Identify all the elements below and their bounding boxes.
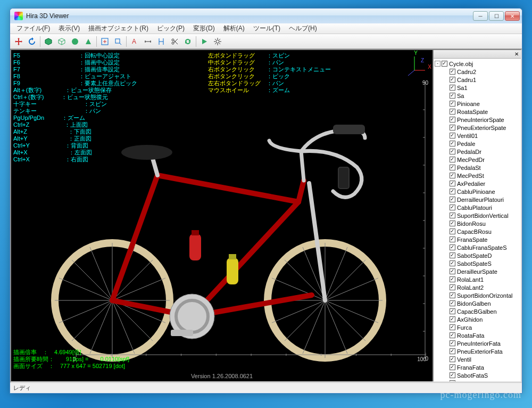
tree-item[interactable]: SuportBidonOrizontal — [435, 291, 520, 299]
panel-header: ✕ — [434, 50, 521, 59]
tool-scissors-icon[interactable] — [168, 36, 181, 47]
tree-item[interactable]: FranaFata — [435, 363, 520, 371]
tool-move-icon[interactable] — [12, 36, 25, 47]
menu-view[interactable]: 表示(V) — [54, 23, 84, 34]
tree-item[interactable]: CabluPlatouri — [435, 203, 520, 211]
tree-item[interactable]: SabotSpateS — [435, 259, 520, 267]
axis-x-label: X — [428, 64, 431, 70]
shortcuts-overlay-right: 左ボタンドラッグ ：スピン 中ボタンドラッグ ：パン 右ボタンクリック ：コンテ… — [208, 52, 331, 94]
tree-item[interactable]: Ventil — [435, 355, 520, 363]
tree-item[interactable]: PedalaSt — [435, 164, 520, 172]
shortcuts-overlay-left: F5 ：回転中心設定 F6 ：描画中心設定 F7 ：描画倍率設定 F8 ：ビュー… — [13, 52, 137, 163]
client-area: F5 ：回転中心設定 F6 ：描画中心設定 F7 ：描画倍率設定 F8 ：ビュー… — [10, 49, 522, 382]
tool-settings-icon[interactable] — [211, 36, 224, 47]
menu-file[interactable]: ファイル(F) — [12, 23, 54, 34]
tree-item[interactable]: RolaLant1 — [435, 275, 520, 283]
tool-refresh-icon[interactable] — [181, 36, 194, 47]
tree-item[interactable]: PneuExteriorFata — [435, 347, 520, 355]
tree-item[interactable]: Cadru1 — [435, 76, 520, 84]
tree-item[interactable]: PneuInteriorFata — [435, 339, 520, 347]
axis-y-label: Y — [414, 50, 418, 56]
tree-item[interactable]: CabluFranaSpateS — [435, 243, 520, 251]
tree-item[interactable]: DerailleurSpate — [435, 267, 520, 275]
tree-item[interactable]: FranaSpate — [435, 235, 520, 243]
menu-analyze[interactable]: 解析(A) — [219, 23, 249, 34]
tree-item[interactable]: CabluPinioane — [435, 187, 520, 195]
maximize-button[interactable]: ☐ — [489, 11, 504, 21]
window-buttons: ─ ☐ ✕ — [473, 11, 520, 21]
tool-rotate-icon[interactable] — [26, 36, 38, 47]
stats-overlay: 描画倍率 ： 4.6949[倍] 描画所要時間： 91[fps] = 0.011… — [13, 349, 129, 370]
tool-sphere-icon[interactable] — [69, 36, 81, 47]
svg-text:A: A — [132, 38, 136, 45]
tree-item[interactable]: BidonGalben — [435, 299, 520, 307]
tree-item[interactable]: RoataSpate — [435, 108, 520, 116]
tree-item[interactable]: PneuExteriorSpate — [435, 124, 520, 132]
svg-line-30 — [112, 175, 157, 300]
main-window: Hira 3D Viewer ─ ☐ ✕ ファイル(F) 表示(V) 描画オブジ… — [10, 8, 522, 394]
tree-item[interactable]: RoataFata — [435, 331, 520, 339]
tree-item[interactable]: AxGhidon — [435, 315, 520, 323]
svg-line-43 — [301, 151, 304, 181]
svg-line-48 — [408, 70, 414, 76]
tool-play-icon[interactable] — [198, 36, 211, 47]
tree-item[interactable]: Sa1 — [435, 84, 520, 92]
close-button[interactable]: ✕ — [505, 11, 520, 21]
tree-item[interactable]: BidonRosu — [435, 219, 520, 227]
tree-item[interactable]: SabotSpateD — [435, 251, 520, 259]
separator — [196, 36, 196, 47]
tool-text-icon[interactable]: A — [128, 36, 141, 47]
svg-point-5 — [172, 39, 174, 41]
menu-help[interactable]: ヘルプ(H) — [285, 23, 321, 34]
tool-zoomfit-icon[interactable] — [98, 36, 111, 47]
ruler-x-max: 100 — [417, 356, 426, 362]
separator — [40, 36, 40, 47]
tool-calipers-icon[interactable] — [155, 36, 168, 47]
menubar: ファイル(F) 表示(V) 描画オブジェクト(R) ピック(P) 変形(D) 解… — [10, 23, 522, 34]
tree-item[interactable]: Ventil01 — [435, 132, 520, 140]
tree-item[interactable]: MecPedDr — [435, 156, 520, 164]
menu-render-object[interactable]: 描画オブジェクト(R) — [84, 23, 153, 34]
panel-close-icon[interactable]: ✕ — [514, 51, 519, 57]
tree-item[interactable]: SabotFataD — [435, 379, 520, 381]
tool-zoomwindow-icon[interactable] — [112, 36, 124, 47]
tool-wireframe-icon[interactable] — [55, 36, 68, 47]
axis-z-label: Z — [421, 58, 424, 63]
tree-item[interactable]: SabotFataS — [435, 371, 520, 379]
tree-item[interactable]: Cadru2 — [435, 68, 520, 76]
menu-transform[interactable]: 変形(D) — [189, 23, 219, 34]
tree-item[interactable]: PedalaDr — [435, 148, 520, 156]
svg-rect-41 — [227, 258, 238, 284]
svg-rect-2 — [115, 39, 120, 43]
svg-rect-42 — [229, 254, 236, 259]
svg-line-32 — [298, 181, 304, 202]
tool-shape-icon[interactable] — [82, 36, 95, 47]
tree-item[interactable]: SuportBidonVertical — [435, 211, 520, 219]
watermark: pc-mogeringo.com — [440, 389, 521, 401]
titlebar[interactable]: Hira 3D Viewer ─ ☐ ✕ — [10, 9, 522, 23]
tool-distance-icon[interactable] — [142, 36, 154, 47]
tree-item[interactable]: CapacBRosu — [435, 227, 520, 235]
tree-item[interactable]: AxPedalier — [435, 179, 520, 187]
menu-pick[interactable]: ピック(P) — [153, 23, 189, 34]
svg-rect-44 — [333, 125, 365, 134]
tree-item[interactable]: Pinioane — [435, 100, 520, 108]
svg-rect-45 — [338, 167, 349, 189]
scene-tree-panel: ✕ -Cycle.objCadru2Cadru1Sa1SaPinioaneRoa… — [433, 50, 521, 381]
tree-root[interactable]: -Cycle.obj — [435, 60, 520, 68]
minimize-button[interactable]: ─ — [473, 11, 488, 21]
svg-point-0 — [72, 38, 78, 45]
tree-item[interactable]: Pedale — [435, 140, 520, 148]
tree-item[interactable]: Sa — [435, 92, 520, 100]
tool-cube-icon[interactable] — [42, 36, 55, 47]
tree-item[interactable]: RolaLant2 — [435, 283, 520, 291]
svg-rect-39 — [189, 234, 201, 260]
tree-item[interactable]: DerrailleurPlatouri — [435, 195, 520, 203]
scene-tree[interactable]: -Cycle.objCadru2Cadru1Sa1SaPinioaneRoata… — [434, 59, 521, 381]
tree-item[interactable]: MecPedSt — [435, 172, 520, 179]
tree-item[interactable]: Furca — [435, 323, 520, 331]
3d-viewport[interactable]: F5 ：回転中心設定 F6 ：描画中心設定 F7 ：描画倍率設定 F8 ：ビュー… — [11, 50, 433, 381]
tree-item[interactable]: CapacBGalben — [435, 307, 520, 315]
tree-item[interactable]: PneuInteriorSpate — [435, 116, 520, 124]
menu-tools[interactable]: ツール(T) — [249, 23, 285, 34]
